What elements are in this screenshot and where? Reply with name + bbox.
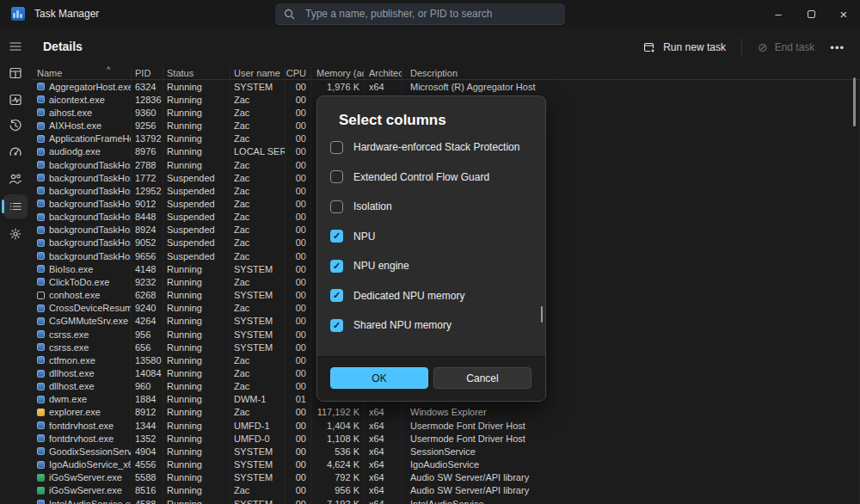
process-icon	[37, 148, 45, 156]
cpu-cell: 00	[286, 406, 311, 419]
column-option[interactable]: ✓Dedicated NPU memory	[330, 281, 537, 311]
status-cell: Running	[163, 497, 230, 504]
cpu-cell: 00	[286, 315, 311, 328]
checkbox-unchecked-icon[interactable]	[330, 141, 343, 154]
dialog-scrollbar[interactable]	[541, 306, 544, 323]
search-placeholder: Type a name, publisher, or PID to search	[305, 8, 492, 20]
maximize-button[interactable]	[795, 0, 827, 28]
more-options-button[interactable]: •••	[823, 41, 851, 54]
sidebar-item-startup-apps[interactable]	[3, 140, 28, 164]
run-new-task-button[interactable]: Run new task	[635, 37, 734, 58]
pid-cell: 12836	[132, 93, 163, 106]
desc-cell: IntelAudioService	[402, 497, 860, 504]
process-icon	[37, 122, 45, 130]
search-input[interactable]: Type a name, publisher, or PID to search	[275, 3, 565, 25]
table-row[interactable]: GoodixSessionServic...4904RunningSYSTEM0…	[31, 445, 860, 458]
column-header-status[interactable]: Status	[163, 67, 230, 79]
pid-cell: 9012	[132, 197, 163, 210]
status-cell: Running	[163, 458, 230, 471]
cpu-cell: 00	[286, 353, 311, 366]
sidebar-item-performance[interactable]	[3, 88, 28, 112]
column-header-architecture[interactable]: Architec...	[365, 67, 402, 79]
process-icon	[37, 292, 45, 299]
user-cell: Zac	[230, 353, 286, 366]
app-history-icon	[9, 119, 22, 132]
status-cell: Suspended	[163, 171, 230, 184]
checkbox-checked-icon[interactable]: ✓	[330, 289, 343, 302]
pid-cell: 8448	[132, 211, 163, 224]
arch-cell: x64	[365, 432, 402, 445]
arch-cell: x64	[365, 406, 402, 419]
process-icon	[37, 95, 45, 103]
desc-cell: Windows Explorer	[402, 406, 860, 419]
mem-cell: 956 K	[311, 484, 365, 497]
user-cell: Zac	[230, 406, 286, 419]
table-row[interactable]: explorer.exe8912RunningZac00117,192 Kx64…	[31, 406, 860, 419]
process-name-cell: csrss.exe	[31, 341, 132, 353]
cancel-button[interactable]: Cancel	[433, 367, 531, 389]
cpu-cell: 00	[286, 158, 311, 171]
checkbox-checked-icon[interactable]: ✓	[330, 230, 343, 243]
checkbox-checked-icon[interactable]: ✓	[330, 319, 343, 332]
sidebar-item-details[interactable]	[3, 194, 28, 218]
end-task-button[interactable]: ⊘ End task	[749, 36, 823, 58]
processes-icon	[9, 66, 22, 80]
user-cell: Zac	[230, 484, 286, 497]
column-option[interactable]: Hardware-enforced Stack Protection	[330, 132, 537, 163]
arch-cell: x64	[365, 497, 402, 504]
column-header-user-name[interactable]: User name	[230, 67, 286, 79]
column-header-description[interactable]: Description	[402, 67, 860, 79]
sidebar-item-processes[interactable]	[3, 61, 28, 85]
table-row[interactable]: AggregatorHost.exe6324RunningSYSTEM001,9…	[31, 80, 860, 93]
menu-button[interactable]	[3, 34, 28, 58]
table-row[interactable]: IgoAudioService_x64....4556RunningSYSTEM…	[31, 458, 860, 471]
column-header-pid[interactable]: PID	[132, 67, 163, 79]
user-cell: SYSTEM	[230, 445, 286, 458]
close-button[interactable]: ×	[827, 0, 860, 28]
process-name-cell: explorer.exe	[31, 406, 132, 419]
pid-cell: 4148	[132, 262, 163, 275]
user-cell: SYSTEM	[230, 328, 286, 341]
ok-button[interactable]: OK	[330, 367, 428, 389]
checkbox-unchecked-icon[interactable]	[330, 200, 343, 213]
sort-ascending-icon: ^	[107, 67, 110, 74]
process-name-cell: backgroundTaskHost....	[31, 171, 132, 184]
table-row[interactable]: iGoSwServer.exe8516RunningZac00956 Kx64A…	[31, 484, 860, 497]
end-task-label: End task	[775, 41, 815, 53]
table-row[interactable]: fontdrvhost.exe1352RunningUMFD-0001,108 …	[31, 432, 860, 445]
column-option-label: Extended Control Flow Guard	[353, 171, 489, 183]
pid-cell: 8976	[132, 145, 163, 158]
column-option[interactable]: Extended Control Flow Guard	[330, 163, 537, 193]
column-option-label: Shared NPU memory	[353, 319, 452, 331]
column-option[interactable]: ✓NPU engine	[330, 251, 537, 281]
sidebar-item-users[interactable]	[3, 167, 28, 191]
column-header-name[interactable]: Name^	[31, 67, 132, 79]
process-name-cell: CrossDeviceResume.e...	[31, 302, 132, 315]
column-header-cpu[interactable]: CPU	[286, 67, 311, 79]
column-header-memory[interactable]: Memory (ac...	[311, 67, 365, 79]
table-scrollbar[interactable]	[853, 77, 856, 126]
minimize-button[interactable]: –	[762, 0, 795, 28]
sidebar-item-services[interactable]	[3, 222, 28, 246]
table-row[interactable]: iGoSwServer.exe5588RunningSYSTEM00792 Kx…	[31, 471, 860, 484]
pid-cell: 6324	[132, 80, 163, 93]
checkbox-checked-icon[interactable]: ✓	[330, 260, 343, 273]
pid-cell: 4556	[132, 458, 163, 471]
process-name-cell: CsGMMuteSrv.exe	[31, 315, 132, 328]
checkbox-unchecked-icon[interactable]	[330, 170, 343, 183]
process-icon	[37, 409, 45, 416]
table-row[interactable]: IntelAudioService.exe4588RunningSYSTEM00…	[31, 497, 860, 504]
column-option[interactable]: ✓NPU	[330, 222, 537, 252]
menu-icon	[9, 40, 22, 53]
status-cell: Running	[163, 132, 230, 145]
process-name-cell: IntelAudioService.exe	[31, 497, 132, 504]
table-row[interactable]: fontdrvhost.exe1344RunningUMFD-1001,404 …	[31, 419, 860, 432]
user-cell: SYSTEM	[230, 80, 286, 93]
cpu-cell: 00	[286, 237, 311, 249]
column-option[interactable]: ✓Shared NPU memory	[330, 310, 537, 341]
status-cell: Suspended	[163, 224, 230, 237]
process-icon	[37, 161, 45, 169]
sidebar-item-app-history[interactable]	[3, 114, 28, 138]
column-option[interactable]: Isolation	[330, 192, 537, 222]
process-name-cell: conhost.exe	[31, 289, 132, 302]
